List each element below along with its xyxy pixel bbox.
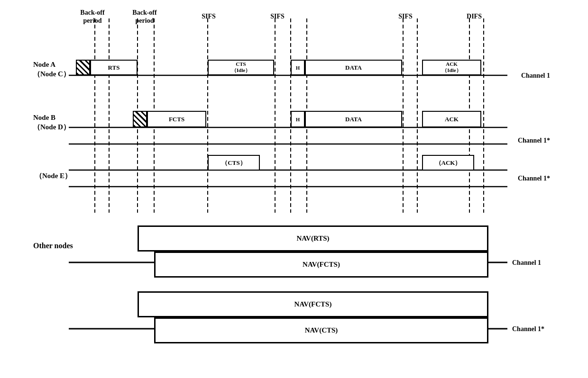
nav-rts-box: NAV(RTS) bbox=[138, 225, 488, 252]
data-box-nodeB: DATA bbox=[305, 111, 402, 127]
nodeA-label: Node A（Node C） bbox=[33, 60, 71, 79]
cts-box-nodeE: （CTS） bbox=[208, 155, 260, 171]
channel1-label-nodeA: Channel 1 bbox=[521, 72, 550, 80]
gap-separator bbox=[69, 194, 545, 203]
backoff-hatch-nodeB bbox=[133, 111, 147, 127]
svg-text:Channel 1: Channel 1 bbox=[512, 259, 541, 266]
h-box1-nodeA: H bbox=[291, 60, 305, 75]
nodeE-label: （Node E） bbox=[35, 171, 73, 181]
cts-idle-box-nodeA: CTS（Idle） bbox=[208, 60, 274, 75]
rts-box-nodeA: RTS bbox=[90, 60, 138, 75]
timing-diagram: Back-offperiod Back-offperiod SIFS SIFS … bbox=[33, 9, 555, 369]
backoff-hatch-nodeA bbox=[76, 60, 90, 75]
channel1star-label-nodeB: Channel 1* bbox=[518, 137, 550, 144]
nodeB-label: Node B（Node D） bbox=[33, 113, 71, 132]
ack-box-nodeB: ACK bbox=[422, 111, 481, 127]
ack-idle-box-nodeA: ACK（Idle） bbox=[422, 60, 481, 75]
h-box1-nodeB: H bbox=[291, 111, 305, 127]
nav-fcts-box-ch1star: NAV(FCTS) bbox=[138, 291, 488, 317]
data-box-nodeA: DATA bbox=[305, 60, 402, 75]
svg-text:Channel 1*: Channel 1* bbox=[512, 325, 544, 333]
ack-box-nodeE: （ACK） bbox=[422, 155, 474, 171]
nav-fcts-box-ch1: NAV(FCTS) bbox=[154, 252, 488, 278]
channel1star-label-nodeE: Channel 1* bbox=[518, 175, 550, 182]
nav-cts-box: NAV(CTS) bbox=[154, 317, 488, 343]
fcts-box-nodeB: FCTS bbox=[147, 111, 206, 127]
